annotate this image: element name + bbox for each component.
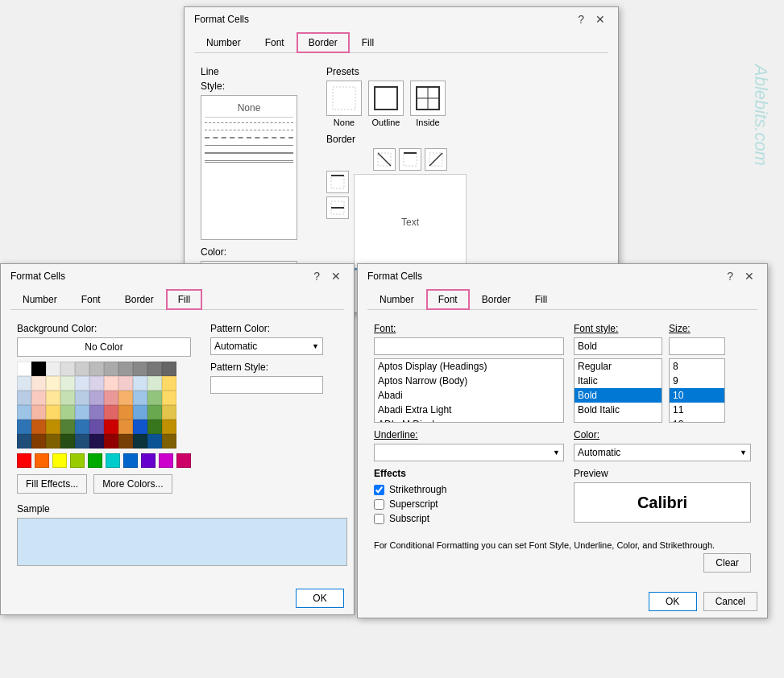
color-r4c3[interactable] (46, 405, 60, 420)
color-r2c4[interactable] (60, 376, 75, 391)
color-r2c10[interactable] (147, 376, 162, 391)
border-top-btn[interactable] (326, 171, 349, 193)
color-r6c10[interactable] (147, 434, 162, 449)
subscript-checkbox[interactable] (374, 514, 384, 524)
tab-fill-font[interactable]: Fill (523, 289, 559, 310)
color-r4c2[interactable] (31, 405, 46, 420)
font-item-abadi[interactable]: Abadi (375, 388, 563, 403)
color-r5c7[interactable] (104, 420, 118, 434)
size-9[interactable]: 9 (670, 374, 724, 388)
style-dashed2[interactable] (205, 130, 293, 130)
color-r3c3[interactable] (46, 391, 60, 405)
style-bold[interactable]: Bold (575, 388, 662, 403)
color-r3c8[interactable] (118, 391, 133, 405)
color-r4c6[interactable] (89, 405, 104, 420)
style-regular[interactable]: Regular (575, 359, 662, 374)
preset-inside-btn[interactable] (410, 81, 446, 116)
color-white[interactable] (17, 362, 31, 376)
more-colors-btn[interactable]: More Colors... (93, 474, 172, 494)
fill-ok-btn[interactable]: OK (296, 589, 344, 608)
underline-dropdown[interactable]: ▼ (374, 444, 564, 461)
font-size-list[interactable]: 8 9 10 11 12 14 (669, 358, 725, 423)
no-color-btn[interactable]: No Color (17, 337, 191, 357)
color-r2c8[interactable] (118, 376, 133, 391)
tab-border-font[interactable]: Border (470, 289, 523, 310)
color-r6c7[interactable] (104, 434, 118, 449)
color-r6c4[interactable] (60, 434, 75, 449)
color-gray7[interactable] (133, 362, 147, 376)
color-r5c4[interactable] (60, 420, 75, 434)
superscript-row[interactable]: Superscript (374, 498, 564, 510)
size-12[interactable]: 12 (670, 417, 724, 423)
color-r3c1[interactable] (17, 391, 31, 405)
preset-outline-btn[interactable] (368, 81, 404, 116)
color-r2c9[interactable] (133, 376, 147, 391)
color-r2c1[interactable] (17, 376, 31, 391)
color-blue[interactable] (123, 453, 138, 468)
color-teal[interactable] (106, 453, 120, 468)
color-r4c7[interactable] (104, 405, 118, 420)
font-item-aptos-headings[interactable]: Aptos Display (Headings) (375, 359, 563, 374)
color-r3c7[interactable] (104, 391, 118, 405)
style-dashed3[interactable] (205, 137, 293, 138)
size-11[interactable]: 11 (670, 403, 724, 417)
fill-dialog-close[interactable]: ✕ (328, 271, 344, 282)
font-dialog-close[interactable]: ✕ (741, 271, 757, 282)
color-r6c1[interactable] (17, 434, 31, 449)
color-r4c5[interactable] (75, 405, 89, 420)
style-italic[interactable]: Italic (575, 374, 662, 388)
color-r2c5[interactable] (75, 376, 89, 391)
font-style-input[interactable] (574, 337, 662, 355)
style-solid2[interactable] (205, 152, 293, 154)
style-solid[interactable] (205, 145, 293, 146)
subscript-row[interactable]: Subscript (374, 513, 564, 524)
font-item-aptos-body[interactable]: Aptos Narrow (Body) (375, 374, 563, 388)
color-r3c9[interactable] (133, 391, 147, 405)
tab-border-border[interactable]: Border (297, 32, 350, 53)
font-item-adlam[interactable]: ADLaM Display (375, 417, 563, 423)
tab-font-border[interactable]: Font (253, 32, 297, 53)
size-10[interactable]: 10 (670, 388, 724, 403)
color-gray3[interactable] (75, 362, 89, 376)
color-r4c8[interactable] (118, 405, 133, 420)
border-preview-area[interactable]: Text (354, 174, 467, 271)
pattern-style-box[interactable] (210, 376, 323, 394)
color-r5c10[interactable] (147, 420, 162, 434)
tab-number-border[interactable]: Number (194, 32, 253, 53)
color-r6c6[interactable] (89, 434, 104, 449)
color-r5c5[interactable] (75, 420, 89, 434)
color-r6c3[interactable] (46, 434, 60, 449)
color-r6c2[interactable] (31, 434, 46, 449)
color-r5c6[interactable] (89, 420, 104, 434)
color-gray9[interactable] (162, 362, 176, 376)
color-magenta[interactable] (159, 453, 173, 468)
color-r4c1[interactable] (17, 405, 31, 420)
color-r5c3[interactable] (46, 420, 60, 434)
color-pink[interactable] (176, 453, 191, 468)
color-r3c4[interactable] (60, 391, 75, 405)
font-size-input[interactable] (669, 337, 725, 355)
fill-dialog-help[interactable]: ? (310, 271, 323, 282)
color-r2c7[interactable] (104, 376, 118, 391)
color-r6c8[interactable] (118, 434, 133, 449)
color-r5c8[interactable] (118, 420, 133, 434)
color-r4c9[interactable] (133, 405, 147, 420)
font-item-abadi-light[interactable]: Abadi Extra Light (375, 403, 563, 417)
strikethrough-row[interactable]: Strikethrough (374, 484, 564, 495)
color-r6c9[interactable] (133, 434, 147, 449)
color-r3c5[interactable] (75, 391, 89, 405)
color-r5c11[interactable] (162, 420, 176, 434)
border-dialog-help[interactable]: ? (575, 14, 587, 25)
preset-none-btn[interactable] (326, 81, 362, 116)
superscript-checkbox[interactable] (374, 499, 384, 510)
tab-font-font[interactable]: Font (426, 289, 470, 310)
border-diag-tr-btn[interactable] (425, 148, 447, 171)
color-r2c2[interactable] (31, 376, 46, 391)
style-dashed[interactable] (205, 122, 293, 123)
tab-fill-border[interactable]: Fill (350, 32, 386, 53)
color-r2c11[interactable] (162, 376, 176, 391)
border-top2-btn[interactable] (399, 148, 421, 171)
color-yellow[interactable] (52, 453, 67, 468)
color-r6c11b[interactable] (162, 434, 176, 449)
font-name-list[interactable]: Aptos Display (Headings) Aptos Narrow (B… (374, 358, 564, 423)
